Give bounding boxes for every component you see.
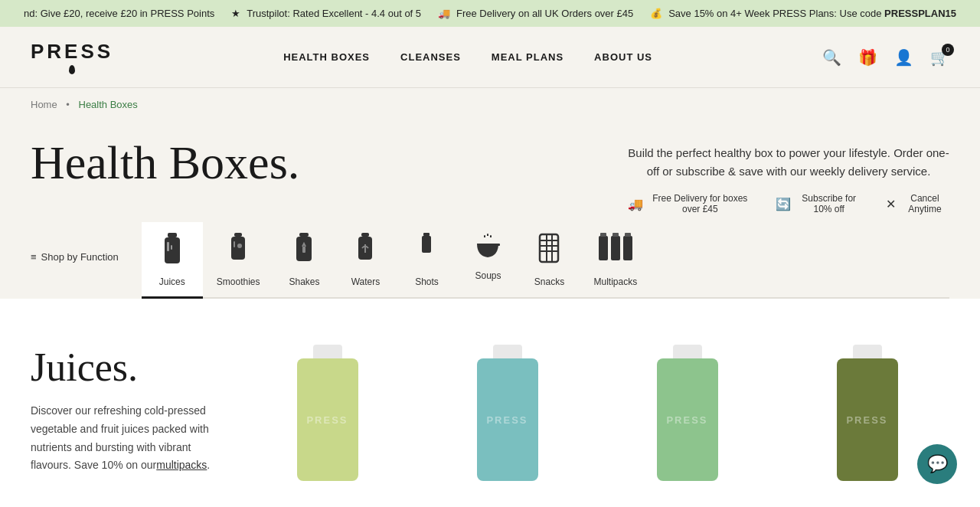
- logo[interactable]: PRESS: [31, 40, 113, 74]
- svg-rect-8: [299, 233, 309, 237]
- logo-text: PRESS: [31, 40, 113, 64]
- bottle-cap-3: [673, 345, 702, 358]
- shop-by-function-label: Shop by Function: [41, 251, 119, 263]
- subscribe-icon: 🔄: [776, 197, 791, 211]
- header: PRESS HEALTH BOXES CLEANSES MEAL PLANS A…: [0, 27, 980, 88]
- search-button[interactable]: 🔍: [822, 48, 841, 67]
- savings-icon: 💰: [650, 8, 662, 19]
- filter-icon: ≡: [31, 251, 37, 263]
- cancel-icon: ✕: [886, 197, 896, 211]
- multipacks-icon: [597, 233, 634, 270]
- hero-tagline: Build the perfect healthy box to power y…: [628, 144, 949, 181]
- breadcrumb-separator: •: [66, 99, 70, 110]
- gift-button[interactable]: 🎁: [858, 48, 877, 67]
- bottle-body-3: [657, 358, 718, 481]
- logo-drop: [69, 65, 75, 74]
- products-layout: Juices. Discover our refreshing cold-pre…: [31, 345, 949, 482]
- svg-rect-0: [168, 233, 177, 237]
- page-title: Health Boxes.: [31, 136, 628, 188]
- nav-cleanses[interactable]: CLEANSES: [400, 51, 461, 63]
- svg-rect-13: [423, 233, 430, 236]
- svg-rect-14: [422, 236, 431, 253]
- chat-button[interactable]: 💬: [917, 444, 957, 484]
- svg-point-7: [237, 244, 242, 248]
- tab-snacks[interactable]: Snacks: [518, 222, 580, 299]
- smoothies-icon: [227, 233, 249, 270]
- announcement-text-1: nd: Give £20, receive £20 in PRESS Point…: [24, 8, 214, 19]
- svg-rect-27: [625, 233, 631, 237]
- soups-icon: [474, 233, 501, 264]
- cart-button[interactable]: 🛒 0: [930, 48, 949, 67]
- svg-rect-10: [302, 247, 305, 253]
- announcement-text-2: Trustpilot: Rated Excellent - 4.4 out of…: [247, 8, 421, 19]
- tab-snacks-label: Snacks: [534, 276, 564, 287]
- desc-end: .: [207, 459, 210, 471]
- category-tabs: Juices Smoothies: [142, 222, 949, 299]
- svg-rect-22: [599, 236, 608, 260]
- tab-shakes[interactable]: Shakes: [273, 222, 335, 299]
- svg-rect-25: [600, 233, 606, 237]
- nav-health-boxes[interactable]: HEALTH BOXES: [283, 51, 370, 63]
- products-section-title: Juices.: [31, 345, 245, 390]
- delivery-text: Free Delivery for boxes over £45: [648, 193, 753, 214]
- products-section: Juices. Discover our refreshing cold-pre…: [0, 299, 980, 507]
- bottle-1: [289, 345, 366, 482]
- subscribe-text: Subscribe for 10% off: [795, 193, 863, 214]
- svg-rect-23: [611, 236, 620, 260]
- bottle-cap-2: [493, 345, 522, 358]
- tab-shakes-label: Shakes: [289, 276, 319, 287]
- product-card-2[interactable]: [425, 345, 590, 482]
- tab-shots-label: Shots: [415, 276, 439, 287]
- announcement-item-2: ★ Trustpilot: Rated Excellent - 4.4 out …: [231, 8, 421, 19]
- truck-icon: 🚚: [438, 8, 450, 19]
- shop-by-function[interactable]: ≡ Shop by Function: [31, 251, 119, 270]
- hero-badge-cancel: ✕ Cancel Anytime: [886, 193, 949, 214]
- bottle-body-1: [297, 358, 358, 481]
- tab-smoothies-label: Smoothies: [217, 276, 260, 287]
- announcement-text-3: Free Delivery on all UK Orders over £45: [456, 8, 633, 19]
- main-nav: HEALTH BOXES CLEANSES MEAL PLANS ABOUT U…: [283, 51, 652, 63]
- shakes-icon: [293, 233, 315, 270]
- waters-icon: [354, 233, 376, 270]
- products-section-desc: Discover our refreshing cold-pressed veg…: [31, 402, 230, 475]
- tab-juices[interactable]: Juices: [142, 222, 203, 299]
- juices-icon: [162, 233, 183, 270]
- tab-soups[interactable]: Soups: [457, 222, 518, 299]
- cancel-text: Cancel Anytime: [900, 193, 949, 214]
- svg-rect-3: [171, 245, 172, 250]
- bottle-cap-1: [313, 345, 342, 358]
- product-card-1[interactable]: [245, 345, 410, 482]
- svg-rect-11: [361, 233, 369, 237]
- announcement-bar: nd: Give £20, receive £20 in PRESS Point…: [0, 0, 980, 27]
- breadcrumb-home[interactable]: Home: [31, 99, 57, 110]
- multipacks-link[interactable]: multipacks: [156, 459, 207, 471]
- svg-rect-24: [623, 236, 632, 260]
- announcement-item-3: 🚚 Free Delivery on all UK Orders over £4…: [438, 8, 633, 19]
- hero-section: Health Boxes. Build the perfect healthy …: [0, 121, 980, 214]
- account-button[interactable]: 👤: [894, 48, 913, 67]
- nav-meal-plans[interactable]: MEAL PLANS: [492, 51, 564, 63]
- tab-juices-label: Juices: [159, 276, 185, 287]
- breadcrumb: Home • Health Boxes: [0, 88, 980, 121]
- product-card-3[interactable]: [605, 345, 769, 482]
- category-nav-wrapper: ≡ Shop by Function Juices: [0, 214, 980, 299]
- hero-right: Build the perfect healthy box to power y…: [628, 136, 949, 214]
- nav-about-us[interactable]: ABOUT US: [594, 51, 652, 63]
- products-info: Juices. Discover our refreshing cold-pre…: [31, 345, 245, 482]
- tab-multipacks[interactable]: Multipacks: [580, 222, 651, 299]
- products-grid: [245, 345, 949, 482]
- tab-shots[interactable]: Shots: [396, 222, 457, 299]
- bottle-3: [649, 345, 726, 482]
- cart-count: 0: [942, 44, 954, 56]
- svg-rect-4: [234, 233, 242, 237]
- hero-left: Health Boxes.: [31, 136, 628, 188]
- tab-smoothies[interactable]: Smoothies: [203, 222, 274, 299]
- shots-icon: [418, 233, 435, 270]
- breadcrumb-current: Health Boxes: [79, 99, 138, 110]
- tab-waters[interactable]: Waters: [335, 222, 396, 299]
- bottle-body-2: [477, 358, 538, 481]
- tab-waters-label: Waters: [351, 276, 381, 287]
- hero-badges: 🚚 Free Delivery for boxes over £45 🔄 Sub…: [628, 193, 949, 214]
- svg-rect-26: [612, 233, 619, 237]
- hero-badge-delivery: 🚚 Free Delivery for boxes over £45: [628, 193, 753, 214]
